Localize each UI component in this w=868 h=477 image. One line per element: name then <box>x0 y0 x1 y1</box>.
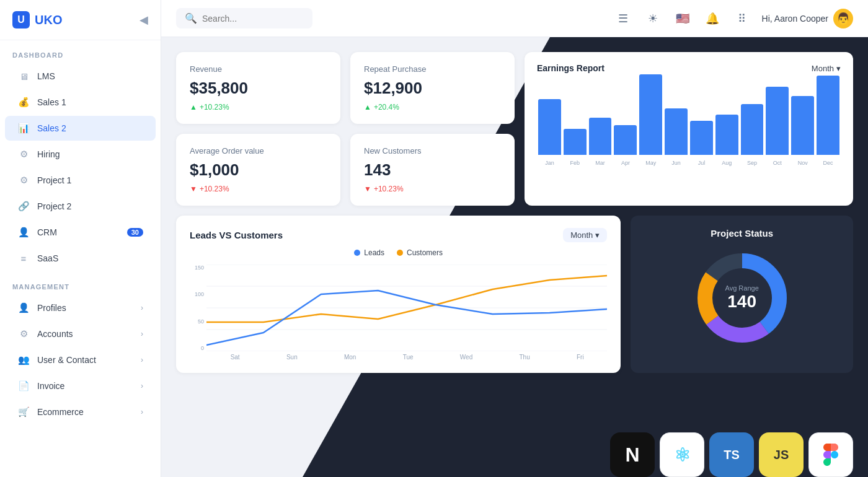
header: 🔍 ☰ ☀ 🇺🇸 🔔 ⠿ Hi, Aaron Cooper 👨 <box>161 0 868 37</box>
chevron-down-icon: ▾ <box>836 64 841 73</box>
bar-label-aug: Aug <box>722 160 732 166</box>
sidebar-item-lms[interactable]: 🖥 LMS <box>5 64 156 89</box>
leads-title: Leads VS Customers <box>190 230 283 240</box>
bar-chart: JanFebMarAprMayJunJulAugSepOctNovDec <box>537 79 841 166</box>
sidebar-item-sales2[interactable]: 📊 Sales 2 <box>5 116 156 141</box>
tech-icon-nextjs[interactable]: N <box>610 432 655 477</box>
content-area: Revenue $35,800 ▲ +10.23% Repeat Purchas… <box>161 37 868 477</box>
bar-label-may: May <box>645 160 656 166</box>
sidebar-item-user-contact[interactable]: 👥 User & Contact › <box>5 348 156 372</box>
bar-label-sep: Sep <box>747 160 757 166</box>
theme-icon[interactable]: ☀ <box>643 9 663 28</box>
sidebar-item-project1[interactable]: ⚙ Project 1 <box>5 168 156 193</box>
bar-col-may: May <box>639 74 662 166</box>
tech-icons: N ⚛ TS JS <box>610 432 868 477</box>
crm-badge: 30 <box>127 228 143 237</box>
section-label-management: MANAGEMENT <box>0 272 161 294</box>
metric-avg-change: ▼ +10.23% <box>190 185 327 193</box>
sidebar-item-accounts[interactable]: ⚙ Accounts › <box>5 322 156 346</box>
search-bar[interactable]: 🔍 <box>176 8 312 28</box>
metric-repeat-change: ▲ +20.4% <box>364 103 501 112</box>
bar-chart-area: JanFebMarAprMayJunJulAugSepOctNovDec <box>537 79 841 166</box>
sidebar-label-lms: LMS <box>37 71 55 81</box>
hiring-icon: ⚙ <box>17 148 30 160</box>
metric-customers-label: New Customers <box>364 146 501 155</box>
sidebar-item-project2[interactable]: 🔗 Project 2 <box>5 194 156 219</box>
bar-oct <box>766 87 789 155</box>
bar-col-sep: Sep <box>741 104 764 166</box>
sidebar-item-invoice[interactable]: 📄 Invoice › <box>5 374 156 398</box>
flag-icon[interactable]: 🇺🇸 <box>673 9 693 28</box>
bar-label-dec: Dec <box>823 160 833 166</box>
sales2-icon: 📊 <box>17 122 30 134</box>
sidebar-item-crm[interactable]: 👤 CRM 30 <box>5 220 156 245</box>
donut-chart: Avg Range 140 <box>693 248 792 348</box>
bar-jun <box>665 108 688 155</box>
menu-icon[interactable]: ☰ <box>613 9 633 28</box>
leads-period-button[interactable]: Month ▾ <box>563 228 607 242</box>
sidebar-item-hiring[interactable]: ⚙ Hiring <box>5 142 156 167</box>
bar-col-jul: Jul <box>690 121 713 166</box>
bottom-grid: Leads VS Customers Month ▾ Leads Custome… <box>176 216 853 373</box>
bar-mar <box>589 118 612 155</box>
metric-repeat-purchase: Repeat Purchase $12,900 ▲ +20.4% <box>350 52 515 124</box>
sidebar-label-hiring: Hiring <box>37 149 60 159</box>
leads-dot <box>354 250 360 256</box>
sidebar-item-saas[interactable]: ≡ SaaS <box>5 246 156 271</box>
metric-customers-value: 143 <box>364 160 501 180</box>
sales1-icon: 💰 <box>17 96 30 108</box>
up-arrow-icon-2: ▲ <box>364 103 371 112</box>
bar-col-aug: Aug <box>715 115 738 166</box>
user-info[interactable]: Hi, Aaron Cooper 👨 <box>762 9 853 28</box>
sidebar-label-invoice: Invoice <box>37 381 64 391</box>
earnings-card: Earnings Report Month ▾ JanFebMarAprMayJ… <box>525 52 853 206</box>
tech-icon-typescript[interactable]: TS <box>709 432 754 477</box>
bar-label-oct: Oct <box>773 160 782 166</box>
logo: U UKO <box>12 11 62 28</box>
notification-icon[interactable]: 🔔 <box>702 9 722 28</box>
collapse-button[interactable]: ◀ <box>140 13 148 27</box>
bar-sep <box>741 104 764 155</box>
chart-legend: Leads Customers <box>190 248 607 257</box>
user-contact-icon: 👥 <box>17 354 30 366</box>
sidebar: U UKO ◀ DASHBOARD 🖥 LMS 💰 Sales 1 📊 Sale… <box>0 0 161 477</box>
chevron-down-icon-2: ▾ <box>595 230 600 240</box>
apps-icon[interactable]: ⠿ <box>732 9 752 28</box>
metric-avg-value: $1,000 <box>190 160 327 180</box>
metric-revenue-value: $35,800 <box>190 79 327 98</box>
sidebar-label-sales2: Sales 2 <box>37 123 66 133</box>
bar-label-nov: Nov <box>798 160 808 166</box>
bar-col-mar: Mar <box>589 118 612 166</box>
search-input[interactable] <box>202 14 301 24</box>
project-status-title: Project Status <box>711 228 773 239</box>
earnings-header: Earnings Report Month ▾ <box>537 63 841 73</box>
profiles-icon: 👤 <box>17 302 30 314</box>
sidebar-item-profiles[interactable]: 👤 Profiles › <box>5 295 156 320</box>
bar-label-jun: Jun <box>671 160 681 166</box>
legend-customers: Customers <box>397 248 443 257</box>
bar-label-mar: Mar <box>595 160 605 166</box>
bar-may <box>639 74 662 155</box>
metric-avg-order: Average Order value $1,000 ▼ +10.23% <box>176 134 340 206</box>
bar-col-jan: Jan <box>538 99 561 166</box>
tech-icon-javascript[interactable]: JS <box>759 432 804 477</box>
invoice-icon: 📄 <box>17 380 30 392</box>
metric-new-customers: New Customers 143 ▼ +10.23% <box>350 134 515 206</box>
down-arrow-icon-2: ▼ <box>364 185 371 193</box>
donut-center-label: Avg Range 140 <box>725 284 759 312</box>
x-axis-labels: SatSunMonTueWedThuFri <box>190 354 607 361</box>
tech-icon-react[interactable]: ⚛ <box>660 432 704 477</box>
accounts-chevron: › <box>141 330 143 338</box>
avatar: 👨 <box>833 9 853 28</box>
tech-icon-figma[interactable] <box>808 432 853 477</box>
sidebar-item-ecommerce[interactable]: 🛒 Ecommerce › <box>5 400 156 424</box>
sidebar-item-sales1[interactable]: 💰 Sales 1 <box>5 90 156 115</box>
user-greeting: Hi, Aaron Cooper <box>762 14 828 24</box>
line-chart-wrapper: 150100500 <box>190 265 607 361</box>
sidebar-label-project1: Project 1 <box>37 175 71 185</box>
top-grid: Revenue $35,800 ▲ +10.23% Repeat Purchas… <box>176 52 853 206</box>
crm-icon: 👤 <box>17 226 30 239</box>
app-name: UKO <box>35 13 62 27</box>
earnings-period-selector[interactable]: Month ▾ <box>812 64 841 73</box>
metric-revenue-change: ▲ +10.23% <box>190 103 327 112</box>
